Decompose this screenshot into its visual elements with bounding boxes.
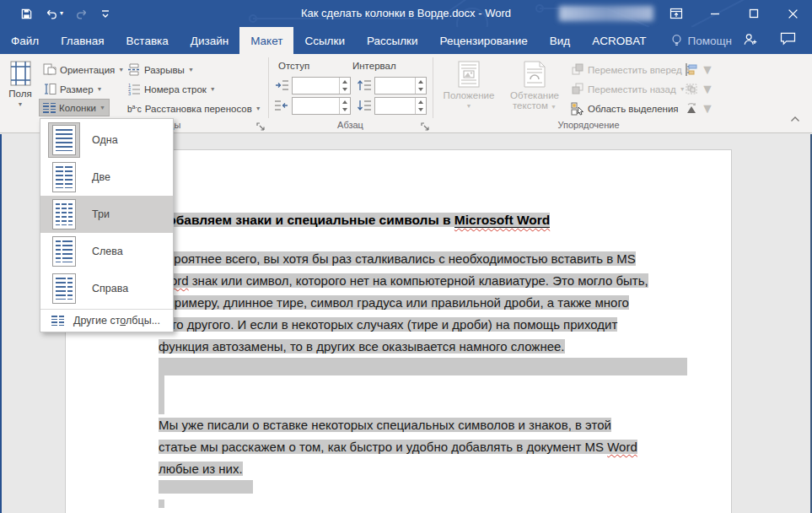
share-person-add-icon <box>743 32 758 46</box>
close-button[interactable] <box>773 0 812 27</box>
selection-pane-button[interactable]: Область выделения <box>567 100 682 117</box>
spacing-before-field[interactable] <box>374 77 427 94</box>
line-numbers-icon: 1 2 3 <box>127 83 141 95</box>
menu-item-left-column[interactable]: Слева <box>40 233 173 270</box>
menu-item-right-column[interactable]: Справа <box>40 270 173 307</box>
indent-left-icon <box>274 78 289 94</box>
paragraph1-line3: к примеру, длинное тире, символ градуса … <box>159 292 731 314</box>
margins-button[interactable]: Поля ▼ <box>3 57 37 107</box>
minimize-icon <box>710 8 720 19</box>
spacing-after-input[interactable] <box>375 98 415 114</box>
page-setup-dialog-launcher[interactable] <box>255 120 266 130</box>
indent-left-spinner[interactable] <box>339 78 350 94</box>
maximize-button[interactable] <box>734 0 773 27</box>
menu-item-more-columns[interactable]: Другие столбцы... <box>40 309 173 332</box>
wrap-text-button: Обтеканиетекстом ▼ <box>502 57 567 112</box>
indent-right-field[interactable] <box>292 97 351 115</box>
menu-item-label: Одна <box>92 134 118 146</box>
selected-empty-line-2 <box>159 480 253 494</box>
window-controls <box>657 0 812 27</box>
orientation-label: Ориентация <box>60 65 115 75</box>
tab-view[interactable]: Вид <box>539 27 581 54</box>
share-button[interactable] <box>743 32 758 50</box>
hyphenation-button[interactable]: ba-c Расстановка переносов ▼ <box>124 100 265 117</box>
paragraph1-line2: Word знак или символ, которого нет на ко… <box>159 270 731 292</box>
breaks-button[interactable]: Разрывы ▼ <box>124 61 197 78</box>
indent-right-input[interactable] <box>293 98 339 114</box>
menu-item-one-column[interactable]: Одна <box>40 122 173 159</box>
indent-left-input[interactable] <box>293 78 339 94</box>
ribbon-display-options-button[interactable] <box>657 0 696 27</box>
size-icon <box>43 83 56 95</box>
tab-acrobat[interactable]: ACROBAT <box>581 27 657 54</box>
group-arrange: Положение ▼ Обтеканиетекстом ▼ Перемести… <box>433 54 812 133</box>
spacing-label: Интервал <box>352 61 396 71</box>
menu-item-label: Три <box>92 208 110 220</box>
columns-label: Колонки <box>59 103 96 113</box>
three-columns-icon <box>48 197 80 232</box>
columns-dropdown-arrow: ▼ <box>99 105 105 111</box>
two-columns-icon <box>48 159 80 195</box>
align-objects-button: ▼ <box>682 61 717 78</box>
size-dropdown-arrow: ▼ <box>97 86 103 92</box>
tab-references[interactable]: Ссылки <box>293 27 356 54</box>
paragraph2-line2: статье мы расскажем о том, как быстро и … <box>159 436 731 458</box>
comments-button[interactable] <box>780 32 796 49</box>
paragraph1-line4: чего другого. И если в некоторых случаях… <box>159 314 731 336</box>
wrap-text-label: Обтеканиетекстом ▼ <box>510 90 559 112</box>
bring-forward-button: Переместить вперед ▼ <box>567 61 695 78</box>
tab-layout[interactable]: Макет <box>239 27 293 54</box>
line-numbers-dropdown-arrow: ▼ <box>210 86 216 92</box>
tab-file[interactable]: Файл <box>0 27 50 54</box>
minimize-button[interactable] <box>696 0 734 27</box>
maximize-icon <box>749 8 759 19</box>
position-dropdown-arrow: ▼ <box>466 103 472 109</box>
tab-home[interactable]: Главная <box>50 27 115 54</box>
line-numbers-button[interactable]: 1 2 3 Номера строк ▼ <box>124 80 219 98</box>
size-button[interactable]: Размер ▼ <box>40 80 105 98</box>
rotate-objects-button: ▼ <box>682 100 717 117</box>
breaks-dropdown-arrow: ▼ <box>188 67 194 73</box>
tab-mailings[interactable]: Рассылки <box>356 27 429 54</box>
tab-design[interactable]: Дизайн <box>180 27 239 54</box>
selected-empty-line <box>159 358 687 375</box>
spacing-after-spinner[interactable] <box>415 98 426 114</box>
tab-insert[interactable]: Вставка <box>116 27 180 54</box>
collapse-ribbon-button[interactable] <box>790 111 800 126</box>
group-objects-icon <box>685 83 698 95</box>
spacing-before-spinner[interactable] <box>415 78 426 94</box>
spacing-after-field[interactable] <box>374 97 427 115</box>
close-icon <box>788 8 799 19</box>
orientation-button[interactable]: Ориентация ▼ <box>40 61 127 78</box>
paragraph-dialog-launcher[interactable] <box>420 120 430 130</box>
group-objects-dropdown-arrow: ▼ <box>701 82 714 97</box>
spacing-before-input[interactable] <box>375 78 415 94</box>
wrap-text-icon <box>524 61 546 88</box>
selection-pane-label: Область выделения <box>588 104 679 114</box>
indent-left-field[interactable] <box>292 77 351 94</box>
paragraph2-line1: Мы уже писали о вставке некоторых специа… <box>159 414 731 436</box>
more-columns-label: Другие столбцы... <box>73 315 160 327</box>
send-backward-label: Переместить назад <box>588 84 676 94</box>
margins-dropdown-arrow: ▼ <box>18 101 24 107</box>
size-label: Размер <box>60 84 94 94</box>
menu-item-three-columns[interactable]: Три <box>40 196 173 233</box>
collapse-ribbon-icon <box>790 116 800 122</box>
align-objects-icon <box>685 63 698 76</box>
bring-forward-label: Переместить вперед <box>588 65 682 75</box>
hyphenation-icon: ba-c <box>127 103 142 114</box>
user-account-name-blurred[interactable] <box>559 6 653 21</box>
tab-review[interactable]: Рецензирование <box>429 27 539 54</box>
hyphenation-dropdown-arrow: ▼ <box>255 105 261 111</box>
selected-paragraph-mark-2 <box>159 500 164 508</box>
indent-right-spinner[interactable] <box>339 98 350 114</box>
group-paragraph: Отступ Интервал <box>268 54 433 133</box>
svg-text:3: 3 <box>128 91 131 95</box>
align-objects-dropdown-arrow: ▼ <box>701 62 714 78</box>
columns-button[interactable]: Колонки ▼ <box>39 99 110 116</box>
columns-icon <box>43 103 56 113</box>
tab-tell-me[interactable]: Помощн <box>660 27 743 54</box>
one-column-icon-selected <box>48 122 80 158</box>
ribbon-display-options-icon <box>669 7 683 20</box>
menu-item-two-columns[interactable]: Две <box>40 159 173 196</box>
